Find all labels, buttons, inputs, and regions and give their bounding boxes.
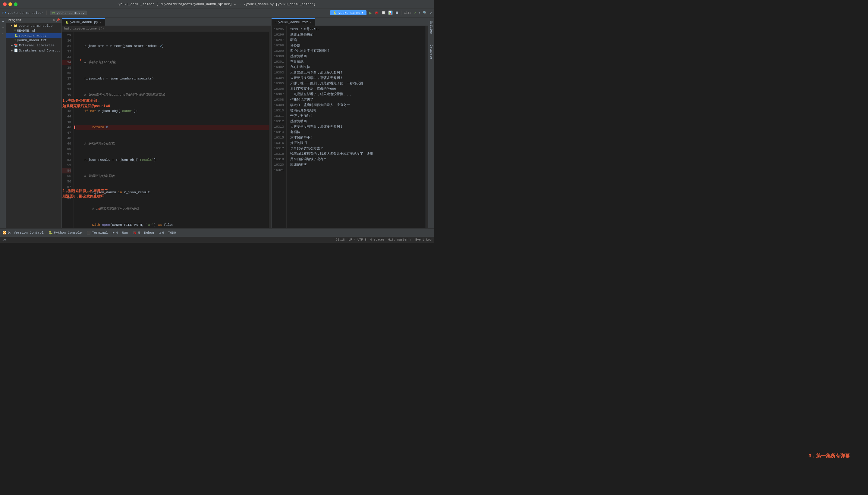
panel-pin-icon[interactable]: 📌 [56, 18, 60, 22]
minimize-button[interactable] [9, 2, 12, 6]
right-minimap[interactable] [426, 26, 428, 228]
git-branch-status[interactable]: Git: master ↑ [388, 238, 412, 241]
txt-line-13: 一点没跳全部看了，结果啥也没看懂。。。 [290, 91, 426, 97]
code-line-36: r_json_result = r_json_obj['result'] [76, 157, 269, 163]
editor-tab-py[interactable]: 🐍 youku_danmu.py ✕ [62, 18, 105, 25]
search-icon[interactable]: 🔍 [423, 11, 427, 15]
encoding-status[interactable]: LF · UTF-8 [348, 238, 366, 241]
txt-ln-16297: 16297 [272, 37, 284, 43]
spaces-status[interactable]: 4 spaces [370, 238, 384, 241]
git-up-icon[interactable]: ↑ [419, 11, 421, 15]
window-controls[interactable] [3, 2, 17, 6]
line-num-46: 46 [62, 125, 71, 130]
tree-item-ext-libs[interactable]: ▶ 📚 External Libraries [6, 43, 62, 48]
tree-item-readme-label: README.md [17, 29, 35, 33]
stop-button[interactable]: ⏹ [395, 11, 399, 15]
project-icon: P▾ [2, 11, 6, 15]
run-item[interactable]: ▶ 4: Run [113, 231, 128, 235]
txt-content: 2019 7.3号22:36 感谢金主爸爸们 啊鸣～ 良心剧 四个片尾是不是有四… [286, 26, 426, 228]
txt-ln-16312: 16312 [272, 119, 284, 124]
code-line-38: for r_json_danmu in r_json_result: [76, 190, 269, 195]
tree-item-readme[interactable]: M README.md [6, 28, 62, 33]
vcs-label: 9: Version Control [8, 231, 44, 235]
git-check-icon[interactable]: ✓ [414, 11, 416, 15]
git-status[interactable]: ⎇ [2, 238, 6, 242]
run-button[interactable]: ▶ [369, 10, 372, 16]
tab-txt-close[interactable]: ✕ [310, 20, 311, 24]
txt-line-18: 感谢赞助商 [290, 119, 426, 124]
code-line-33: if not r_json_obj['count']: [76, 108, 269, 114]
version-control-item[interactable]: 🔀 9: Version Control [2, 231, 44, 235]
line-num-49: 49 [62, 141, 71, 146]
line-num-44: 44 [62, 114, 71, 119]
txt-line-11: 天哪，唯一一部剧，片尾都看完了的，一秒都没跳 [290, 81, 426, 86]
settings-icon[interactable]: ⚙ [429, 11, 431, 15]
md-file-icon: M [15, 29, 16, 32]
txt-line-7: 李白威武 [290, 59, 426, 65]
txt-ln-16300: 16300 [272, 54, 284, 59]
sidebar-icon-favorites[interactable]: ★ [0, 31, 6, 36]
event-log-item[interactable]: Event Log [415, 238, 431, 241]
file-tab-py[interactable]: PY youku_danmu.py [50, 11, 87, 15]
terminal-item[interactable]: ⬛ Terminal [86, 231, 108, 235]
project-panel-header: Project ⚙ 📌 [6, 17, 62, 23]
txt-line-5: 四个片尾是不是有四季啊？ [290, 48, 426, 54]
line-num-45: 45 [62, 119, 71, 125]
right-panel-tabs: T youku_danmu.txt ✕ [272, 17, 428, 26]
debug-item[interactable]: 🐞 5: Debug [133, 231, 154, 235]
titlebar: youku_danmu_spider [~/PycharmProjects/yo… [0, 0, 434, 8]
txt-line-numbers: 16295 16296 16297 16298 16299 16300 1630… [272, 26, 286, 228]
panel-header-title: Project [8, 18, 22, 22]
window-title: youku_danmu_spider [~/PycharmProjects/yo… [118, 2, 315, 6]
line-num-29: 29 [62, 33, 71, 38]
txt-line-9: 大唐要是没有李白，那该多无趣啊！ [290, 70, 426, 75]
tree-item-txt[interactable]: T youku_danmu.txt [6, 38, 62, 43]
panel-header-icons[interactable]: ⚙ 📌 [53, 18, 60, 22]
editor-tabs: 🐍 youku_danmu.py ✕ [62, 17, 271, 26]
minimap[interactable] [269, 32, 271, 228]
scratches-arrow-icon: ▶ [11, 49, 13, 52]
sciview-icon[interactable]: SciView [429, 19, 433, 36]
file-tab-label: youku_danmu.py [57, 11, 84, 15]
txt-ln-16298: 16298 [272, 43, 284, 48]
line-num-35: 35 [62, 65, 71, 70]
debug-label: 5: Debug [138, 231, 154, 235]
maximize-button[interactable] [14, 2, 17, 6]
txt-ln-16307: 16307 [272, 91, 284, 97]
breadcrumb: batch_spider_comment() [64, 27, 104, 30]
todo-item[interactable]: ☑ 6: TODO [159, 231, 176, 235]
debug-button[interactable]: 🐞 [374, 11, 379, 15]
tree-item-scratches[interactable]: ▶ 📄 Scratches and Cons... [6, 48, 62, 53]
profile-button[interactable]: 📊 [388, 11, 393, 15]
database-icon[interactable]: Database [429, 42, 433, 62]
editor-scroll-wrapper[interactable]: 29 30 31 32 33 34 35 36 37 38 39 40 41 4… [62, 32, 271, 228]
coverage-button[interactable]: 🔲 [381, 11, 386, 15]
tree-item-py[interactable]: 🐍 youku_danmu.py [6, 33, 62, 38]
line-num-42: 42 [62, 103, 71, 108]
sidebar-icon-structure[interactable]: 2 [0, 25, 6, 30]
project-label[interactable]: P▾ youku_danmu_spider [2, 11, 44, 15]
breakpoint-dot [74, 125, 75, 129]
scratches-icon: 📄 [14, 49, 18, 52]
txt-line-23: 李白的稿费怎么寄去？ [290, 146, 426, 151]
code-line-30: # 字符串转json对象 [76, 59, 269, 65]
code-line-37: # 遍历评论对象列表 [76, 173, 269, 179]
tree-item-txt-label: youku_danmu.txt [17, 38, 47, 42]
tree-root-folder[interactable]: ▼ 📁 youku_danmu_spide [6, 23, 62, 28]
panel-settings-icon[interactable]: ⚙ [53, 18, 55, 22]
line-num-36: 36 [62, 70, 71, 76]
close-button[interactable] [3, 2, 6, 6]
sidebar-icon-project[interactable]: 1 [0, 19, 6, 24]
txt-line-16: 赞助商真多哈哈哈 [290, 108, 426, 113]
line-num-30: 30 [62, 38, 71, 44]
txt-ln-16314: 16314 [272, 130, 284, 135]
code-content[interactable]: r_json_str = r.text[json_start_index:-2]… [74, 32, 269, 228]
code-line-35: # 获取弹幕列表数据 [76, 141, 269, 146]
python-console-item[interactable]: 🐍 Python Console [49, 231, 82, 235]
txt-line-15: 李太白，盛唐时期伟大的诗人，没有之一 [290, 102, 426, 108]
tab-py-close[interactable]: ✕ [99, 20, 101, 24]
editor-tab-txt[interactable]: T youku_danmu.txt ✕ [272, 18, 315, 25]
project-name: youku_danmu_spider [7, 11, 44, 15]
run-config-dropdown[interactable]: 🐍 youku_danmu ▾ [330, 10, 366, 15]
right-toolbar: 🐍 youku_danmu ▾ ▶ 🐞 🔲 📊 ⏹ Git: ✓ ↑ 🔍 ⚙ [330, 10, 431, 16]
